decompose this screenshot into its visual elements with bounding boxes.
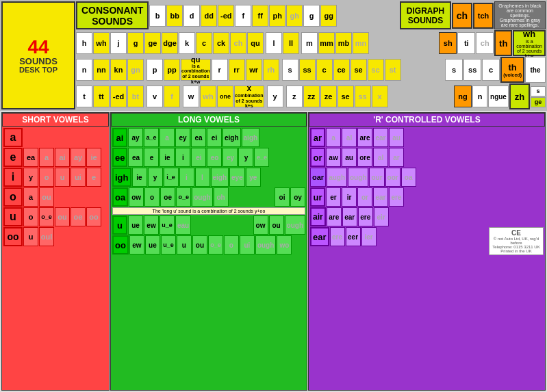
cell-bb: bb (166, 5, 183, 27)
cell-gn: gn (127, 59, 144, 81)
rv-ere2: ere (358, 207, 373, 226)
sv-y: y (23, 168, 38, 187)
sv-row-u: u o o_e ou oe oo (3, 207, 107, 226)
digraph-ch: ch (452, 3, 472, 29)
sv-row-i: i y o u ui e (3, 168, 107, 187)
digraph-ng: ng (454, 86, 472, 107)
lv-eo: eo (207, 148, 222, 167)
cell-b: b (149, 5, 166, 27)
cell-x2: x (372, 86, 388, 107)
sv-oo: oo (86, 207, 101, 226)
short-vowels-panel: SHORT VOWELS a e ea a ai ay ie i (1, 112, 110, 391)
lv-u: u (112, 215, 127, 235)
cell-qu-combo: qu is acombinationof 2 soundsk+w (181, 59, 211, 81)
lv-a: a (160, 128, 175, 147)
sv-row-o: o a ou (3, 187, 107, 207)
lv-i: i (175, 148, 190, 167)
cell-ll: ll (283, 32, 299, 54)
lv-ui: ui (240, 235, 255, 254)
rv-row-ar: ar a al are ear au (310, 128, 544, 147)
cell-x-combo: x combinationof 2 soundsk+s (234, 86, 264, 107)
cell-dge: dge (162, 32, 178, 54)
short-vowels-title: SHORT VOWELS (2, 113, 109, 127)
logo-desk: DESK TOP (6, 66, 71, 74)
cell-n: n (76, 59, 92, 81)
lv-oa: oa (112, 187, 128, 207)
rv-air: air (310, 207, 326, 226)
digraph-zh: zh (509, 83, 530, 109)
digraph-th: th (494, 30, 512, 56)
cell-wh: wh (93, 32, 110, 54)
cell-y: y (267, 86, 283, 107)
lv-ay: ay (128, 128, 143, 147)
digraph-label: DIGRAPHSOUNDS (400, 1, 451, 29)
lv-eye: eye (229, 168, 245, 187)
lv-aigh: aigh (242, 128, 260, 147)
cell-kn: kn (110, 59, 127, 81)
lv-oe: oe (160, 187, 175, 207)
cell-se2: se (338, 86, 354, 107)
cell-ff: ff (252, 5, 268, 27)
lv-row-ai: ai ay a_e a ey ea ei eigh aigh (112, 128, 305, 147)
sv-o: o (39, 168, 54, 187)
lv-oh: oh (214, 187, 229, 207)
cell-tt: tt (93, 86, 110, 107)
lv-ai: ai (112, 128, 127, 147)
sv-i: i (3, 168, 23, 187)
cell-v: v (147, 86, 163, 107)
rv-row-ur: ur er ir or ear ere (310, 187, 544, 207)
logo-box: 44 SOUNDS DESK TOP (1, 1, 75, 109)
lv-ie: ie (160, 148, 175, 167)
lv-i2: i (179, 168, 194, 187)
cell-c: c (196, 32, 212, 54)
long-vowels-title: LONG VOWELS (111, 113, 307, 127)
cell-ph: ph (269, 5, 285, 27)
digraph-ch3: ch (476, 32, 494, 54)
sv-ou2: ou (55, 207, 70, 226)
sv-u2: u (23, 227, 38, 246)
rv-ar: ar (310, 128, 325, 147)
sv-ie: ie (86, 148, 101, 167)
lv-ey: ey (175, 128, 190, 147)
lv-ea2: ea (128, 148, 143, 167)
r-controlled-title: 'R' CONTROLLED VOWELS (309, 113, 545, 127)
lv-ew2: ew (129, 235, 144, 254)
cell-g2: g (127, 32, 144, 54)
rv-row-or: or aw au ore al ar (310, 148, 544, 167)
lv-oi: oi (275, 187, 290, 207)
digraph-sh: sh (439, 32, 457, 54)
lv-ue: ue (128, 215, 143, 235)
lv-ei2: ei (191, 148, 206, 167)
rv-aw: aw (326, 148, 341, 167)
digraph-ngue: ngue (488, 86, 509, 107)
lv-ea: ea (191, 128, 206, 147)
rv-our: our (369, 168, 384, 187)
cell-f2: f (164, 86, 180, 107)
cell-rh: rh (263, 59, 279, 81)
lv-o_e3: o_e (208, 235, 223, 254)
cell-f: f (235, 5, 251, 27)
digraph-s2: s (531, 86, 546, 96)
rv-are: are (357, 128, 372, 147)
consonant-label: CONSONANTSOUNDS (76, 1, 149, 29)
sv-ay: ay (71, 148, 86, 167)
cell-ze: ze (320, 86, 337, 107)
lv-e: e (144, 148, 159, 167)
lv-ow2: ow (253, 215, 268, 235)
lv-o2: o (224, 235, 239, 254)
rv-row-ear: ear ere eer ier CE © not Auto Ltd, UK, r… (310, 227, 544, 255)
cell-ch2: ch (230, 32, 246, 54)
lv-y: y (238, 148, 253, 167)
digraph-ti: ti (457, 32, 475, 54)
cell-mn: mn (353, 32, 369, 54)
cell-l: l (266, 32, 282, 54)
rv-ir: ir (342, 187, 357, 207)
lv-o_e2: o_e (176, 187, 191, 207)
digraph-ss2: ss (463, 59, 481, 81)
rv-ere: ere (389, 187, 404, 207)
sv-o_e: o_e (39, 207, 54, 226)
cell-pp: pp (164, 59, 180, 81)
sv-o: o (3, 187, 23, 207)
sv-oul: oul (39, 227, 54, 246)
cell-r: r (212, 59, 228, 81)
